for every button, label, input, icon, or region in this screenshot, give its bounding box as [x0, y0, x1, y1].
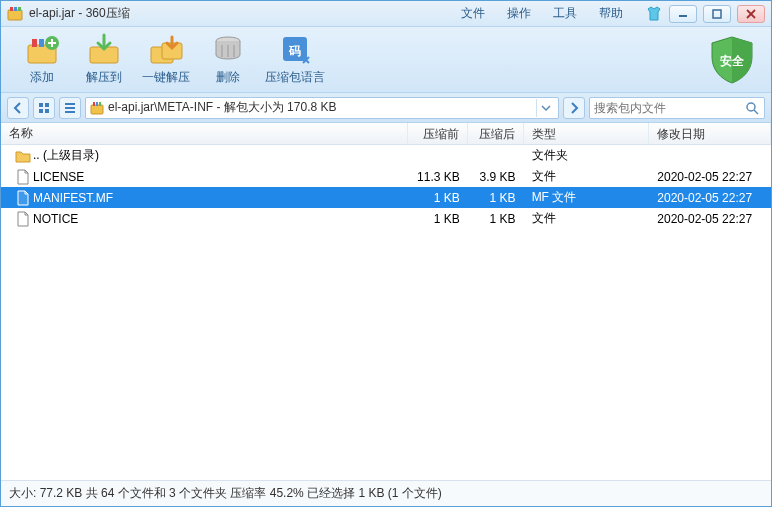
- view-icons-button[interactable]: [33, 97, 55, 119]
- file-date: 2020-02-05 22:27: [649, 212, 771, 226]
- svg-rect-33: [99, 102, 101, 106]
- lang-label: 压缩包语言: [265, 69, 325, 86]
- table-row[interactable]: NOTICE1 KB1 KB文件2020-02-05 22:27: [1, 208, 771, 229]
- titlebar: el-api.jar - 360压缩 文件 操作 工具 帮助: [1, 1, 771, 27]
- col-type[interactable]: 类型: [524, 123, 650, 144]
- size-before: 1 KB: [408, 191, 468, 205]
- svg-rect-26: [45, 109, 49, 113]
- go-button[interactable]: [563, 97, 585, 119]
- file-icon: [15, 169, 31, 185]
- oneclick-label: 一键解压: [142, 69, 190, 86]
- table-row[interactable]: .. (上级目录)文件夹: [1, 145, 771, 166]
- window-controls: [669, 5, 765, 23]
- add-button[interactable]: 添加: [11, 30, 73, 90]
- oneclick-icon: [148, 33, 184, 67]
- file-date: 2020-02-05 22:27: [649, 170, 771, 184]
- address-text: el-api.jar\META-INF - 解包大小为 170.8 KB: [108, 99, 337, 116]
- file-list: .. (上级目录)文件夹LICENSE11.3 KB3.9 KB文件2020-0…: [1, 145, 771, 480]
- security-shield-icon[interactable]: 安全: [707, 35, 757, 85]
- menu-help[interactable]: 帮助: [599, 5, 623, 22]
- menu-tools[interactable]: 工具: [553, 5, 577, 22]
- table-row[interactable]: LICENSE11.3 KB3.9 KB文件2020-02-05 22:27: [1, 166, 771, 187]
- svg-rect-9: [32, 39, 37, 47]
- delete-label: 删除: [216, 69, 240, 86]
- col-name[interactable]: 名称: [1, 123, 408, 144]
- minimize-button[interactable]: [669, 5, 697, 23]
- address-box[interactable]: el-api.jar\META-INF - 解包大小为 170.8 KB: [85, 97, 559, 119]
- svg-rect-5: [713, 10, 721, 18]
- file-type: MF 文件: [524, 189, 650, 206]
- size-before: 11.3 KB: [408, 170, 468, 184]
- archive-icon: [90, 101, 104, 115]
- extract-icon: [86, 33, 122, 67]
- svg-rect-3: [18, 7, 21, 11]
- column-header: 名称 压缩前 压缩后 类型 修改日期: [1, 123, 771, 145]
- address-dropdown[interactable]: [536, 99, 554, 117]
- table-row[interactable]: MANIFEST.MF1 KB1 KBMF 文件2020-02-05 22:27: [1, 187, 771, 208]
- file-icon: [15, 211, 31, 227]
- svg-rect-0: [8, 10, 22, 20]
- add-label: 添加: [30, 69, 54, 86]
- search-box[interactable]: [589, 97, 765, 119]
- svg-rect-25: [39, 109, 43, 113]
- add-icon: [24, 33, 60, 67]
- svg-line-35: [754, 110, 758, 114]
- view-list-button[interactable]: [59, 97, 81, 119]
- svg-rect-1: [10, 7, 13, 11]
- delete-icon: [210, 33, 246, 67]
- folder-up-icon: [15, 148, 31, 164]
- svg-rect-30: [91, 105, 103, 114]
- file-date: 2020-02-05 22:27: [649, 191, 771, 205]
- file-name: NOTICE: [33, 212, 78, 226]
- file-icon: [15, 190, 31, 206]
- svg-rect-2: [14, 7, 17, 11]
- col-date[interactable]: 修改日期: [649, 123, 771, 144]
- lang-button[interactable]: 码 压缩包语言: [259, 30, 331, 90]
- menu-operate[interactable]: 操作: [507, 5, 531, 22]
- file-type: 文件夹: [524, 147, 650, 164]
- svg-point-34: [747, 103, 755, 111]
- svg-rect-32: [96, 102, 98, 106]
- file-type: 文件: [524, 210, 650, 227]
- size-after: 3.9 KB: [468, 170, 524, 184]
- oneclick-button[interactable]: 一键解压: [135, 30, 197, 90]
- svg-text:安全: 安全: [720, 54, 745, 68]
- search-icon[interactable]: [744, 99, 760, 117]
- toolbar: 添加 解压到 一键解压 删除 码 压缩包语言 安全: [1, 27, 771, 93]
- size-after: 1 KB: [468, 212, 524, 226]
- size-before: 1 KB: [408, 212, 468, 226]
- lang-icon: 码: [277, 33, 313, 67]
- close-button[interactable]: [737, 5, 765, 23]
- col-before[interactable]: 压缩前: [408, 123, 468, 144]
- extract-button[interactable]: 解压到: [73, 30, 135, 90]
- extract-label: 解压到: [86, 69, 122, 86]
- svg-rect-10: [39, 39, 44, 47]
- status-bar: 大小: 77.2 KB 共 64 个文件和 3 个文件夹 压缩率 45.2% 已…: [1, 480, 771, 506]
- col-after[interactable]: 压缩后: [468, 123, 524, 144]
- status-text: 大小: 77.2 KB 共 64 个文件和 3 个文件夹 压缩率 45.2% 已…: [9, 485, 442, 502]
- svg-text:码: 码: [288, 44, 301, 58]
- app-icon: [7, 6, 23, 22]
- svg-rect-31: [93, 102, 95, 106]
- svg-rect-23: [39, 103, 43, 107]
- search-input[interactable]: [594, 101, 744, 115]
- window-title: el-api.jar - 360压缩: [29, 5, 130, 22]
- menu-file[interactable]: 文件: [461, 5, 485, 22]
- menu-bar: 文件 操作 工具 帮助: [461, 5, 623, 22]
- svg-rect-24: [45, 103, 49, 107]
- size-after: 1 KB: [468, 191, 524, 205]
- file-name: MANIFEST.MF: [33, 191, 113, 205]
- file-name: .. (上级目录): [33, 147, 99, 164]
- address-row: el-api.jar\META-INF - 解包大小为 170.8 KB: [1, 93, 771, 123]
- file-name: LICENSE: [33, 170, 84, 184]
- maximize-button[interactable]: [703, 5, 731, 23]
- file-type: 文件: [524, 168, 650, 185]
- delete-button[interactable]: 删除: [197, 30, 259, 90]
- back-button[interactable]: [7, 97, 29, 119]
- skin-icon[interactable]: [645, 5, 663, 23]
